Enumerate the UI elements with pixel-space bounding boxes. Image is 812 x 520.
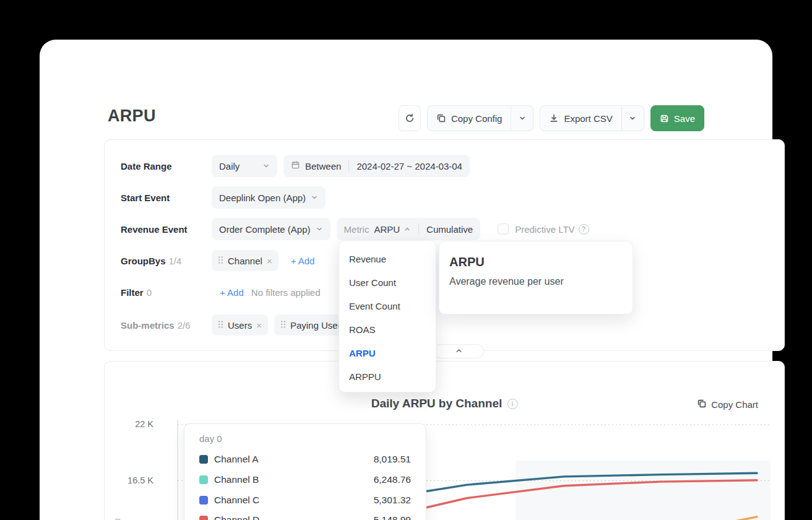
menu-item-event-count[interactable]: Event Count	[339, 294, 436, 318]
tooltip-row: Channel C 5,301.32	[199, 490, 411, 510]
menu-item-user-count[interactable]: User Count	[339, 271, 436, 294]
chart-hover-tooltip: day 0 Channel A 8,019.51 Channel B 6,248…	[184, 423, 426, 520]
series-swatch	[199, 455, 208, 464]
page-title: ARPU	[108, 106, 156, 126]
submetrics-label: Sub-metrics	[121, 320, 175, 331]
submetrics-row: Sub-metrics2/6 Users × Paying Users ×	[121, 314, 768, 336]
series-label: Channel A	[214, 454, 259, 465]
close-icon[interactable]: ×	[267, 256, 272, 266]
cumulative-option[interactable]: Cumulative	[426, 224, 473, 235]
add-groupby-button[interactable]: + Add	[291, 256, 315, 266]
close-icon[interactable]: ×	[256, 320, 262, 331]
metric-dropdown-menu: Revenue User Count Event Count ROAS ARPU…	[339, 240, 436, 392]
chevron-up-icon	[455, 346, 463, 357]
save-label: Save	[674, 113, 695, 124]
metric-value: ARPU	[374, 224, 400, 235]
date-range-label: Date Range	[121, 161, 172, 171]
chevron-down-icon	[316, 224, 323, 235]
tooltip-row: Channel D 5,148.99	[199, 510, 411, 520]
metric-info-title: ARPU	[449, 255, 623, 269]
revenue-event-value: Order Complete (App)	[219, 224, 311, 235]
series-value: 8,019.51	[374, 454, 411, 465]
app-card: ARPU Copy Config	[40, 40, 772, 520]
divider	[348, 160, 349, 171]
add-filter-button[interactable]: + Add	[220, 287, 244, 298]
metric-label: Metric	[344, 224, 369, 235]
tooltip-row: Channel B 6,248.76	[199, 470, 411, 490]
filter-empty-text: No filters applied	[251, 287, 321, 298]
menu-item-arpu[interactable]: ARPU	[339, 341, 436, 365]
chip-label: Channel	[228, 256, 262, 266]
groupbys-count: 1/4	[169, 256, 182, 266]
save-button[interactable]: Save	[650, 105, 704, 131]
copy-config-label: Copy Config	[451, 113, 503, 124]
divider	[418, 223, 419, 235]
refresh-icon	[405, 113, 415, 123]
copy-config-split-button: Copy Config	[427, 105, 534, 131]
date-range-row: Date Range Daily Between 2024-02-2	[121, 155, 768, 177]
submetric-chip-users[interactable]: Users ×	[212, 314, 268, 336]
export-csv-dropdown-button[interactable]	[622, 105, 644, 131]
revenue-event-label: Revenue Event	[121, 224, 188, 235]
between-label: Between	[305, 161, 341, 171]
series-value: 5,301.32	[374, 495, 411, 506]
start-event-label: Start Event	[121, 193, 170, 203]
stage: ARPU Copy Config	[0, 0, 812, 520]
chevron-down-icon	[519, 115, 526, 122]
toolbar: Copy Config Export CSV	[399, 105, 704, 131]
menu-item-revenue[interactable]: Revenue	[339, 247, 436, 271]
drag-handle-icon	[280, 320, 286, 331]
menu-item-roas[interactable]: ROAS	[339, 318, 436, 341]
circle-question-icon[interactable]: ?	[579, 224, 589, 235]
groupbys-label: GroupBys	[121, 256, 166, 266]
collapse-filters-button[interactable]	[433, 344, 484, 358]
revenue-event-row: Revenue Event Order Complete (App) Metri…	[121, 218, 768, 240]
groupby-chip-channel[interactable]: Channel ×	[212, 250, 279, 271]
tooltip-header: day 0	[199, 433, 411, 444]
series-label: Channel B	[214, 474, 259, 485]
metric-segmented-control: Metric ARPU Cumulative	[337, 218, 481, 240]
start-event-value: Deeplink Open (App)	[219, 193, 306, 203]
chevron-down-icon	[311, 193, 318, 203]
drag-handle-icon	[218, 256, 223, 266]
granularity-value: Daily	[219, 161, 240, 171]
date-range-value: 2024-02-27 ~ 2024-03-04	[356, 161, 462, 171]
predictive-ltv-checkbox[interactable]	[498, 223, 509, 235]
drag-handle-icon	[218, 320, 223, 331]
start-event-row: Start Event Deeplink Open (App)	[121, 186, 768, 209]
date-range-control[interactable]: Between 2024-02-27 ~ 2024-03-04	[283, 155, 470, 177]
tooltip-row: Channel A 8,019.51	[199, 449, 411, 470]
chip-label: Paying Users	[290, 320, 345, 331]
series-swatch	[199, 475, 208, 484]
menu-item-arppu[interactable]: ARPPU	[339, 365, 436, 388]
series-swatch	[199, 496, 208, 505]
refresh-button[interactable]	[399, 105, 421, 131]
chevron-up-icon	[404, 224, 411, 235]
chevron-down-icon	[629, 115, 636, 122]
chip-label: Users	[228, 320, 252, 331]
series-value: 5,148.99	[374, 514, 411, 520]
filter-label: Filter	[121, 287, 144, 298]
export-csv-button[interactable]: Export CSV	[540, 105, 621, 131]
series-value: 6,248.76	[374, 474, 411, 485]
series-label: Channel D	[214, 514, 259, 520]
calendar-icon	[291, 160, 300, 171]
series-swatch	[199, 516, 208, 520]
export-csv-label: Export CSV	[564, 113, 612, 124]
submetrics-count: 2/6	[178, 320, 191, 331]
chevron-down-icon	[262, 161, 270, 171]
predictive-ltv-label: Predictive LTV	[515, 224, 574, 235]
export-csv-split-button: Export CSV	[540, 105, 644, 131]
hover-band	[516, 461, 771, 520]
copy-icon	[436, 113, 446, 123]
filter-count: 0	[147, 287, 152, 298]
copy-config-dropdown-button[interactable]	[511, 105, 533, 131]
copy-config-button[interactable]: Copy Config	[427, 105, 512, 131]
granularity-select[interactable]: Daily	[212, 155, 277, 177]
metric-info-card: ARPU Average revenue per user	[439, 241, 633, 314]
revenue-event-select[interactable]: Order Complete (App)	[212, 218, 330, 240]
save-icon	[660, 114, 669, 123]
start-event-select[interactable]: Deeplink Open (App)	[212, 186, 326, 209]
download-icon	[549, 113, 559, 123]
metric-select[interactable]: ARPU	[374, 224, 411, 235]
